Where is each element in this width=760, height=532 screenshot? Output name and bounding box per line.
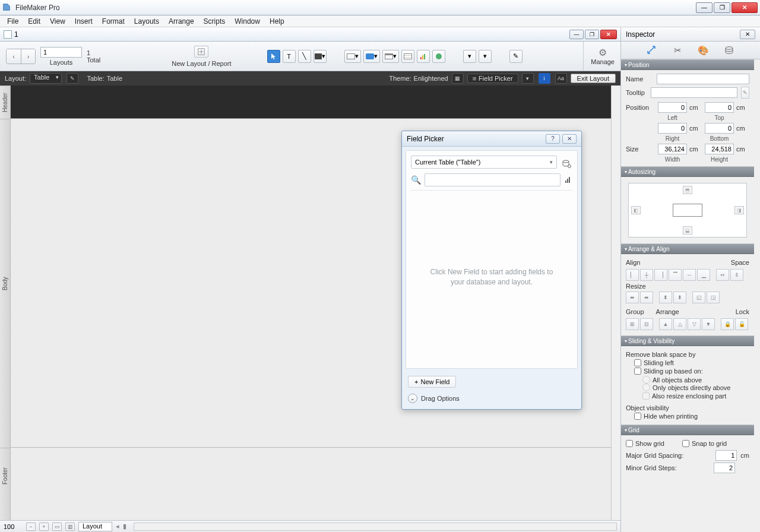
menu-edit[interactable]: Edit [23,16,45,27]
zoom-value[interactable]: 100 [4,523,23,530]
part-header-label[interactable]: Header [0,86,10,119]
header-part[interactable] [11,86,611,119]
next-layout-button[interactable]: › [21,49,35,64]
send-back-button[interactable]: ▼ [702,318,715,330]
pencil-icon[interactable]: ✎ [66,73,78,84]
button-tool-button[interactable]: ▾ [363,50,380,63]
inspector-tab-position[interactable] [645,44,659,57]
theme-picker-icon[interactable]: ▦ [452,73,464,84]
webviewer-tool-button[interactable] [432,50,445,63]
menu-insert[interactable]: Insert [70,16,97,27]
align-right-button[interactable]: ▕ [654,269,667,281]
align-center-v-button[interactable]: ─ [683,269,696,281]
portal-tool-button[interactable] [401,50,414,63]
window-close-button[interactable]: ✕ [732,2,758,13]
rectangle-tool-button[interactable]: ▾ [314,50,327,63]
align-left-button[interactable]: ▏ [626,269,639,281]
only-above-radio[interactable] [642,384,650,391]
menu-view[interactable]: View [45,16,70,27]
right-input[interactable] [658,123,687,134]
toggle-parts-button[interactable]: ▥ [65,522,75,531]
popover-tool-button[interactable]: ▾ [479,50,492,63]
menu-format[interactable]: Format [97,16,129,27]
part-body-label[interactable]: Body [0,119,10,448]
menu-arrange[interactable]: Arrange [164,16,199,27]
sliding-left-checkbox[interactable] [634,359,641,366]
snap-grid-checkbox[interactable] [682,440,689,447]
section-position-header[interactable]: Position [621,59,754,70]
field-picker-table-selector[interactable]: Current Table ("Table") [411,156,557,169]
part-footer-label[interactable]: Footer [0,448,10,504]
align-bottom-button[interactable]: ▁ [697,269,710,281]
zoom-out-button[interactable]: − [26,522,36,531]
mode-selector[interactable]: Layout [78,522,112,531]
line-tool-button[interactable]: ╲ [298,50,311,63]
show-grid-checkbox[interactable] [626,440,633,447]
align-top-button[interactable]: ▔ [669,269,682,281]
hscroll-left-icon[interactable]: ◂ [116,522,119,530]
hide-printing-checkbox[interactable] [634,413,641,420]
layout-number-input[interactable] [40,47,82,58]
sort-icon[interactable] [564,175,572,185]
height-input[interactable] [705,144,734,154]
resize-largest-h-button[interactable]: ⬍ [673,292,686,303]
menu-help[interactable]: Help [265,16,289,27]
device-icon[interactable]: ▾ [522,73,534,84]
footer-part[interactable] [11,448,611,504]
align-center-h-button[interactable]: ┼ [640,269,653,281]
anchor-right-button[interactable]: ◨ [734,206,744,214]
resize-largest-w-button[interactable]: ⬌ [640,292,653,303]
menu-scripts[interactable]: Scripts [199,16,230,27]
anchor-bottom-button[interactable]: ⬓ [683,226,692,235]
distribute-v-button[interactable]: ⇕ [730,269,743,281]
inspector-tab-appearance[interactable]: 🎨 [696,44,711,57]
info-icon[interactable]: i [539,73,550,84]
major-grid-input[interactable] [715,450,737,461]
doc-close-button[interactable]: ✕ [600,30,617,39]
tab-tool-button[interactable]: ▾ [382,50,399,63]
window-minimize-button[interactable]: — [696,2,712,13]
hscroll-grip-icon[interactable]: ▮ [123,522,126,530]
resize-smallest-button[interactable]: ◱ [692,292,705,303]
exit-layout-button[interactable]: Exit Layout [571,74,616,83]
manage-database-icon[interactable] [560,159,572,170]
inspector-tab-styles[interactable]: ✂ [670,44,685,57]
tooltip-edit-button[interactable]: ✎ [741,87,749,99]
all-above-radio[interactable] [642,376,650,384]
resize-smallest-h-button[interactable]: ⬍ [659,292,672,303]
bring-forward-button[interactable]: △ [673,318,686,330]
selection-tool-button[interactable] [267,50,280,63]
toggle-statusarea-button[interactable]: ▭ [52,522,62,531]
left-input[interactable] [658,102,687,113]
layout-canvas[interactable]: Header Body Footer Field Picker ? ✕ [0,86,620,520]
vertical-scrollbar[interactable] [611,86,620,520]
section-sliding-header[interactable]: Sliding & Visibility [621,335,754,346]
text-tool-button[interactable]: T [283,50,296,63]
menu-layouts[interactable]: Layouts [129,16,164,27]
section-arrange-header[interactable]: Arrange & Align [621,243,754,254]
section-autosizing-header[interactable]: Autosizing [621,166,754,177]
resize-smallest-w-button[interactable]: ⬌ [626,292,639,303]
field-picker-help-button[interactable]: ? [546,134,560,144]
section-grid-header[interactable]: Grid [621,425,754,435]
zoom-in-button[interactable]: + [39,522,49,531]
inspector-tab-data[interactable] [722,44,736,57]
menu-file[interactable]: File [2,16,23,27]
bottom-input[interactable] [705,123,734,134]
anchor-top-button[interactable]: ⬒ [683,186,692,194]
new-field-button[interactable]: + New Field [408,376,456,388]
also-resize-checkbox[interactable] [642,392,650,400]
window-maximize-button[interactable]: ❐ [714,2,730,13]
resize-largest-button[interactable]: ◲ [707,292,720,303]
width-input[interactable] [658,144,687,154]
top-input[interactable] [705,102,734,113]
prev-layout-button[interactable]: ‹ [7,49,21,64]
name-input[interactable] [657,74,749,84]
minor-grid-input[interactable] [714,463,735,473]
format-painter-button[interactable]: ✎ [509,50,522,63]
send-backward-button[interactable]: ▽ [688,318,701,330]
text-format-icon[interactable]: Aa [555,73,567,84]
field-picker-button[interactable]: ≡ Field Picker [467,74,518,83]
menu-window[interactable]: Window [230,16,265,27]
bring-front-button[interactable]: ▲ [659,318,672,330]
